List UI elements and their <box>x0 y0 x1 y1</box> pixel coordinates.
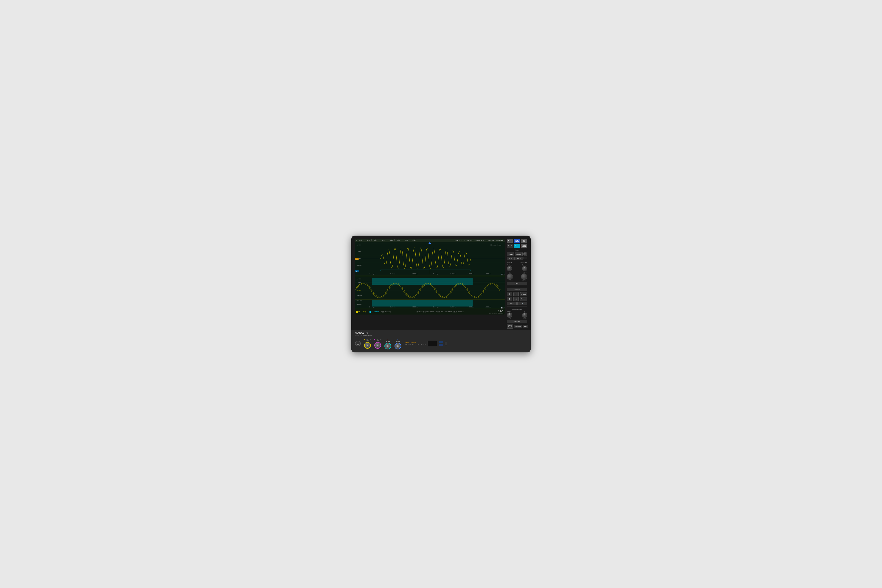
cursors-button[interactable]: Cursors <box>507 320 527 323</box>
setup-button[interactable]: Setup <box>507 252 514 256</box>
menu-item-sample[interactable]: 采样 <box>374 239 378 242</box>
ch1-info: CH1 10V/格 <box>358 311 366 313</box>
touch-button[interactable]: Touch <box>507 244 513 248</box>
divider-2 <box>507 306 527 307</box>
menu-item-digital[interactable]: 数字 <box>405 239 408 242</box>
trigger-knob[interactable] <box>523 252 527 256</box>
navigate-button[interactable]: Navigate <box>514 325 522 328</box>
memory-button[interactable]: Memory <box>520 297 527 301</box>
bottom-status-text: 时差: 600ns 触发: 250mV CS.G: 0 时间序: 2022/12… <box>416 311 464 312</box>
ch2-bnc[interactable] <box>374 342 381 349</box>
save-button[interactable]: Save <box>507 239 513 243</box>
oscilloscope-body: ⊛ 功能 ▏ 显示 ▏ 采样 ▏ 触发 ▏ 光标 ▏ 测量 ▏ 数字 <box>351 236 531 352</box>
bnc-warning-text: ⚠ 50Ω ≤ 5V RMS <box>405 342 426 344</box>
ch3-pins <box>386 341 390 342</box>
normal-button[interactable]: Normal <box>515 252 523 256</box>
front-controls: ⏻ 1 —→ X 2 —→ Y <box>355 338 527 350</box>
waveform-area: -4.200μs 0.000μs 0.200μs 0.400μs 0.800μs… <box>355 242 505 309</box>
roll-button[interactable]: Roll <box>507 282 527 285</box>
front-right: ⚠ 50Ω ≤ 5V RMS BNC Inputs 1MΩ // 20 pF ≤… <box>405 340 447 346</box>
menu-item-display[interactable]: 显示 <box>366 239 370 242</box>
clear-sweeps-button[interactable]: ClearSweeps <box>521 244 527 248</box>
universal-a-knob[interactable] <box>507 312 512 318</box>
vertical-scale-col: ▲ Variable <box>507 273 513 281</box>
user-button[interactable]: User <box>523 325 528 328</box>
svg-text:1.000μs: 1.000μs <box>468 273 474 274</box>
horizontal-scale-col: ▲ Zoom <box>521 273 527 281</box>
ch3-name: 3 <box>387 339 388 340</box>
ch4-connector <box>394 341 401 350</box>
bnc-warning-area: ⚠ 50Ω ≤ 5V RMS BNC Inputs 1MΩ // 20 pF ≤… <box>405 342 426 345</box>
search-button[interactable]: 🔍 <box>518 302 527 305</box>
free-b-label: ▲ Free <box>523 318 526 319</box>
bottom-buttons-row: DisplayPanel Navigate User <box>507 324 527 328</box>
time-div-value: 500ns/格 <box>385 311 391 313</box>
ch1-arrow: —→ X <box>366 338 371 340</box>
usb-port-2[interactable] <box>439 344 443 346</box>
menu-item-function[interactable]: 功能 <box>359 239 362 242</box>
menu-mode-text: 一致性测试 <box>496 240 504 242</box>
invert-button[interactable]: Invert <box>514 244 520 248</box>
ch1-connector-group: 1 —→ X <box>364 338 371 349</box>
time-div-label: 时差 <box>381 311 384 313</box>
bnc-inputs-label: BNC Inputs 1MΩ // 20 pF ≤ 400V Pk <box>405 344 426 345</box>
usb-ports-group <box>439 341 443 346</box>
ch1-pins <box>366 340 369 341</box>
menu-item-analysis[interactable]: 分析 <box>412 239 416 242</box>
universal-a-label: Universal A <box>507 311 512 312</box>
digital-button[interactable]: Digital <box>520 292 527 296</box>
svg-text:CH1: CH1 <box>355 258 358 260</box>
display-panel-button[interactable]: DisplayPanel <box>507 324 513 328</box>
math-button[interactable]: Math <box>507 302 517 305</box>
variable-label: ▲ Variable <box>507 280 513 281</box>
cursors-adjust-label: Cursors / Adjust <box>507 308 527 310</box>
svg-text:1.000V: 1.000V <box>356 282 361 284</box>
run-stop-button[interactable]: RunStop <box>521 239 527 243</box>
ch3-connector-group: 3 <box>384 338 391 350</box>
svg-text:-0.200μs: -0.200μs <box>369 306 375 308</box>
horizontal-scale-knob[interactable] <box>521 273 527 280</box>
svg-text:0.400μs: 0.400μs <box>433 306 440 308</box>
ch2-connector-group: 2 —→ Y <box>374 338 381 349</box>
ch3-button[interactable]: 3 <box>507 297 512 301</box>
measure-button[interactable]: Measure <box>507 288 527 292</box>
ch1-bnc[interactable] <box>364 342 371 349</box>
vert-horiz-label-row: Vertical Horizontal <box>507 261 527 264</box>
ch2-button[interactable]: 2 <box>513 292 519 296</box>
menu-item-trigger[interactable]: 触发 <box>382 239 385 242</box>
card-slot[interactable] <box>428 340 437 346</box>
svg-text:1.500V: 1.500V <box>356 278 361 280</box>
vertical-position-knob[interactable] <box>507 266 512 271</box>
top-section: ⊛ 功能 ▏ 显示 ▏ 采样 ▏ 触发 ▏ 光标 ▏ 测量 ▏ 数字 <box>355 239 527 328</box>
ch3-bnc[interactable] <box>384 343 391 350</box>
svg-text:📷⊞✕: 📷⊞✕ <box>501 273 505 275</box>
svg-text:-1.000V: -1.000V <box>356 300 362 301</box>
menu-item-cursor[interactable]: 光标 <box>390 239 393 242</box>
menu-item-measure[interactable]: 测量 <box>397 239 400 242</box>
front-top: SDS7404A H12 4 GHz | 20 GSa/s | 12-bit <box>355 332 527 336</box>
ch1-button[interactable]: 1 <box>507 292 512 296</box>
ch4-button[interactable]: 4 <box>513 297 519 301</box>
single-button[interactable]: Single <box>515 257 523 260</box>
horizontal-position-knob[interactable] <box>522 266 527 271</box>
ch4-bnc[interactable] <box>394 343 401 350</box>
time-div-info: 时差 500ns/格 <box>381 311 391 313</box>
ch1-label: CH1 10V/格 <box>356 311 366 313</box>
ch2-info: S1 USB2.0 <box>372 311 379 313</box>
control-panel: Save AutoSetup RunStop Touch Invert Clea… <box>507 239 527 328</box>
usb-port-1[interactable] <box>439 341 443 343</box>
horizontal-position-col: Position ▼ Zero <box>522 264 527 273</box>
model-name: SDS7404A H12 <box>355 332 372 334</box>
sd-card-slot[interactable] <box>445 342 447 345</box>
power-button[interactable]: ⏻ <box>355 340 361 346</box>
auto-button[interactable]: Auto <box>507 257 514 260</box>
svg-text:1.000V: 1.000V <box>356 251 361 252</box>
universal-b-knob[interactable] <box>522 312 527 318</box>
universal-b-label: B <box>524 311 525 312</box>
auto-setup-button[interactable]: AutoSetup <box>514 239 520 243</box>
vertical-scale-knob[interactable] <box>507 273 513 280</box>
front-panel: SDS7404A H12 4 GHz | 20 GSa/s | 12-bit ⏻… <box>351 330 531 352</box>
ch2-arrow: —→ Y <box>377 338 381 340</box>
universal-a-col: Universal A ▲ Free <box>507 311 512 319</box>
ch4-pins <box>396 341 400 342</box>
